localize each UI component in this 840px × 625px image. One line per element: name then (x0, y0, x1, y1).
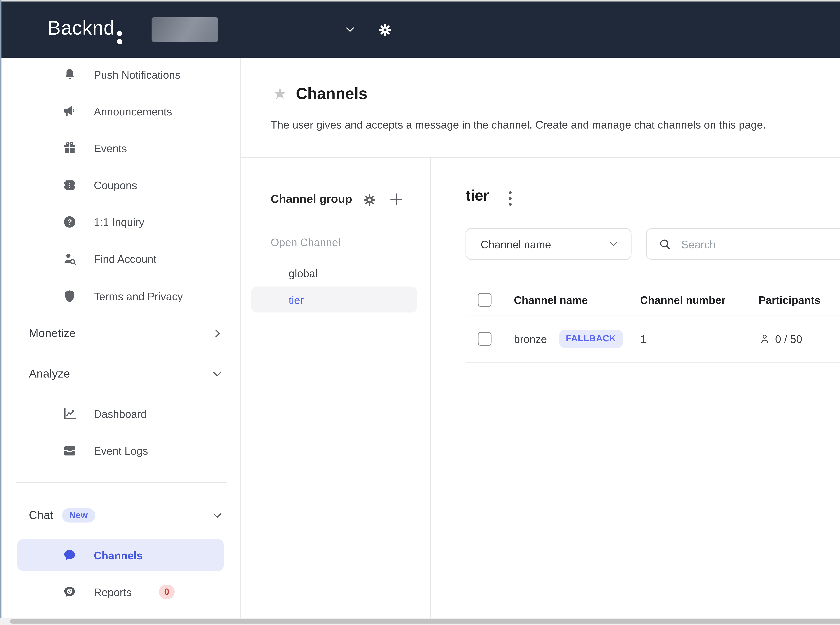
column-header: Participants (759, 294, 820, 306)
logo-semicolon-mark (117, 31, 122, 44)
shield-icon (62, 288, 77, 303)
channel-group-panel: Channel group Open Channel global tier (241, 158, 431, 618)
backnd-logo: Backnd (48, 17, 122, 42)
table-header-row: Channel name Channel number Participants… (466, 285, 840, 316)
sidebar-item-label: Reports (94, 586, 132, 598)
open-channel-section-label: Open Channel (271, 236, 340, 248)
search-type-value: Channel name (481, 238, 551, 250)
svg-text:?: ? (67, 218, 72, 226)
sidebar-item-find-account[interactable]: Find Account (62, 248, 157, 269)
search-icon (658, 237, 672, 251)
page-title: Channels (296, 84, 367, 103)
logo-text: Backnd (48, 17, 115, 39)
reports-count-badge: 0 (158, 585, 175, 599)
column-header: Channel number (640, 294, 725, 306)
app-switcher-chevron-down-icon[interactable] (343, 23, 357, 36)
add-group-plus-icon[interactable] (388, 191, 404, 207)
sidebar-item-label: Find Account (94, 252, 157, 264)
sidebar-item-coupons[interactable]: Coupons (62, 175, 137, 195)
sidebar-item-label: Channels (94, 549, 143, 561)
person-icon (759, 333, 771, 345)
sidebar-section-chat[interactable]: Chat New (29, 505, 223, 525)
chevron-down-icon (211, 368, 223, 380)
app-window: Backnd 99 Pu (0, 0, 840, 625)
inbox-icon (62, 443, 77, 458)
section-label: Chat (29, 509, 53, 522)
window-frame-left (0, 0, 2, 625)
sidebar-item-inquiry[interactable]: ? 1:1 Inquiry (62, 211, 144, 232)
participants-cell: 0 / 50 (759, 333, 802, 345)
chat-bubble-icon (62, 547, 77, 563)
section-label: Analyze (29, 367, 70, 380)
sidebar-item-label: Event Logs (94, 444, 148, 457)
sidebar-item-announcements[interactable]: Announcements (62, 101, 172, 121)
sidebar-item-label: Dashboard (94, 407, 147, 420)
page-description: The user gives and accepts a message in … (271, 118, 766, 131)
participants-count: 0 / 50 (775, 333, 802, 345)
row-checkbox[interactable] (478, 332, 492, 346)
sidebar-item-reports[interactable]: Reports 0 (62, 581, 175, 602)
channel-number-cell: 1 (640, 333, 646, 345)
channel-group-title: Channel group (271, 193, 352, 206)
sidebar-item-label: Events (94, 142, 127, 154)
chevron-down-icon (211, 510, 223, 521)
channel-name-cell: bronze (514, 333, 547, 345)
person-search-icon (62, 251, 77, 266)
sidebar-item-label: Announcements (94, 105, 172, 117)
sidebar-item-label: Coupons (94, 179, 137, 191)
sidebar: Push Notifications Announcements Events … (2, 58, 241, 618)
group-kebab-menu-icon[interactable] (503, 189, 517, 208)
select-all-checkbox[interactable] (478, 293, 492, 307)
line-chart-icon (62, 406, 77, 421)
group-item-tier[interactable]: tier (289, 294, 304, 306)
group-heading: tier (466, 187, 489, 204)
group-settings-gear-icon[interactable] (362, 193, 377, 207)
chevron-down-icon (608, 238, 619, 250)
app-settings-gear-icon[interactable] (377, 22, 393, 37)
sidebar-item-dashboard[interactable]: Dashboard (62, 403, 147, 424)
app-name-redacted[interactable] (152, 17, 218, 42)
sidebar-item-label: Terms and Privacy (94, 290, 183, 302)
sidebar-item-label: 1:1 Inquiry (94, 215, 144, 228)
bell-icon (62, 67, 77, 82)
sidebar-item-label: Push Notifications (94, 68, 180, 81)
search-type-select[interactable]: Channel name (466, 228, 632, 260)
search-input[interactable] (680, 237, 840, 251)
top-bar: Backnd 99 (0, 2, 840, 58)
table-row[interactable]: bronze FALLBACK 1 0 / 50 2024-09-03 17:1… (466, 316, 840, 363)
sidebar-divider (16, 482, 227, 483)
megaphone-icon (62, 104, 77, 119)
chevron-right-icon (211, 328, 223, 339)
window-frame-top (0, 0, 840, 2)
favorite-star-icon[interactable]: ★ (273, 86, 287, 102)
sidebar-item-events[interactable]: Events (62, 138, 127, 158)
sidebar-item-channels[interactable]: Channels (62, 545, 143, 565)
report-bubble-icon (62, 585, 77, 599)
gift-icon (62, 140, 77, 155)
horizontal-scrollbar-thumb[interactable] (10, 619, 840, 623)
column-header: Channel name (514, 294, 588, 306)
question-circle-icon: ? (62, 214, 77, 229)
channel-search-field (646, 228, 840, 260)
section-label: Monetize (29, 327, 76, 340)
new-badge: New (62, 508, 95, 523)
group-selected-highlight (251, 286, 417, 312)
sidebar-item-event-logs[interactable]: Event Logs (62, 440, 148, 460)
sidebar-item-terms-privacy[interactable]: Terms and Privacy (62, 286, 183, 306)
ticket-icon (62, 177, 77, 192)
group-item-global[interactable]: global (289, 267, 318, 279)
sidebar-section-analyze[interactable]: Analyze (29, 364, 223, 384)
fallback-badge: FALLBACK (559, 330, 623, 348)
sidebar-item-push-notifications[interactable]: Push Notifications (62, 64, 180, 84)
sidebar-section-monetize[interactable]: Monetize (29, 323, 223, 344)
